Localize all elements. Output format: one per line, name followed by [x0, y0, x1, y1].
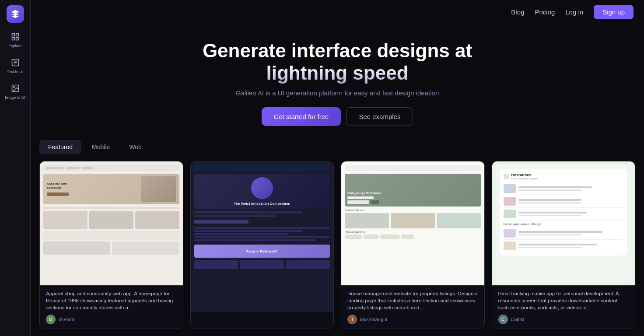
hero-buttons: Get started for free See examples [262, 107, 413, 126]
edit-icon [10, 57, 21, 68]
sidebar-item-text-to-ui[interactable]: Text to UI [2, 54, 28, 78]
tabs-section: Featured Mobile Web [31, 135, 644, 154]
card-3-footer: House management website for property li… [341, 285, 484, 329]
sidebar-item-image-to-ui-label: Image to UI [5, 95, 25, 100]
card-4-author-name: Coldst [511, 317, 525, 322]
card-1-author: D dsendd [46, 315, 177, 324]
logo-button[interactable] [7, 5, 24, 23]
card-3-avatar: T [347, 315, 357, 324]
card-1-author-name: dsendd [59, 317, 74, 322]
card-4-preview: Resources Learn from top experts [492, 161, 635, 285]
card-4-phone: Resources Learn from top experts [500, 169, 627, 256]
sidebar-item-explore-label: Explore [8, 44, 22, 49]
card-2-hero: The Web3 Innovation Competition [194, 174, 330, 209]
card-3-description: House management website for property li… [347, 290, 478, 311]
card-3-preview: Find your perfect home Featured for you … [341, 161, 484, 285]
signup-button[interactable]: Sign up [594, 5, 634, 19]
svg-rect-2 [12, 38, 14, 40]
card-4-avatar: C [498, 315, 508, 324]
nav-pricing-link[interactable]: Pricing [535, 8, 555, 16]
nav-login-link[interactable]: Log in [565, 8, 583, 16]
card-apparel-shop[interactable]: Shop the new collection A [39, 161, 183, 329]
svg-rect-0 [12, 34, 14, 36]
card-habit-tracking[interactable]: Resources Learn from top experts [492, 161, 636, 329]
card-2-content [194, 211, 330, 224]
hero-subtitle: Galileo AI is a UI generation platform f… [236, 89, 439, 97]
get-started-button[interactable]: Get started for free [262, 107, 341, 126]
tab-mobile[interactable]: Mobile [83, 140, 119, 154]
hero-title: Generate interface designs at lightning … [184, 40, 490, 84]
card-house-listing[interactable]: Find your perfect home Featured for you … [341, 161, 485, 329]
sidebar-item-text-to-ui-label: Text to UI [7, 70, 23, 74]
sidebar-item-image-to-ui[interactable]: Image to UI [2, 80, 28, 104]
tab-web[interactable]: Web [120, 140, 150, 154]
hero-section: Generate interface designs at lightning … [31, 24, 644, 135]
card-1-preview: Shop the new collection [40, 161, 183, 285]
card-3-author: T lakshmangiri [347, 315, 478, 324]
grid-icon [10, 32, 21, 42]
card-1-hero: Shop the new collection [43, 174, 179, 204]
main-content: Blog Pricing Log in Sign up Generate int… [31, 0, 644, 336]
card-1-nav [43, 165, 179, 171]
card-web3[interactable]: The Web3 Innovation Competition Ready [190, 161, 334, 329]
svg-rect-1 [16, 34, 18, 36]
card-2-header [194, 165, 330, 171]
card-3-nav [345, 165, 481, 171]
card-1-avatar: D [46, 315, 56, 324]
logo-icon [10, 9, 20, 19]
sidebar: Explore Text to UI Image to UI [0, 0, 31, 336]
tab-featured[interactable]: Featured [39, 140, 81, 154]
card-4-footer: Habit tracking mobile app for personal d… [492, 285, 635, 329]
card-3-hero: Find your perfect home [345, 174, 481, 206]
sidebar-item-explore[interactable]: Explore [2, 28, 28, 52]
card-2-footer [191, 311, 334, 329]
image-icon [10, 83, 21, 94]
svg-point-9 [13, 86, 14, 88]
card-2-preview: The Web3 Innovation Competition Ready [191, 161, 334, 311]
top-nav: Blog Pricing Log in Sign up [31, 0, 644, 24]
svg-rect-3 [16, 38, 18, 40]
card-1-description: Apparel shop and community web app: A ho… [46, 290, 177, 311]
card-1-footer: Apparel shop and community web app: A ho… [40, 285, 183, 329]
card-3-author-name: lakshmangiri [360, 317, 387, 322]
nav-blog-link[interactable]: Blog [511, 8, 524, 16]
card-4-author: C Coldst [498, 315, 629, 324]
see-examples-button[interactable]: See examples [346, 107, 413, 126]
card-4-description: Habit tracking mobile app for personal d… [498, 290, 629, 311]
cards-grid: Shop the new collection A [31, 154, 644, 336]
